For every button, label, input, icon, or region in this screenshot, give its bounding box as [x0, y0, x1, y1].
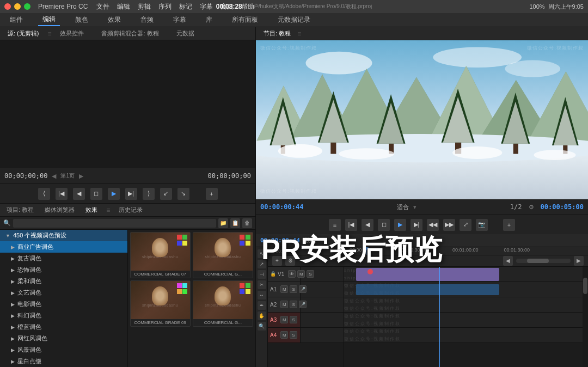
effect-category-10[interactable]: ▶风景调色 [0, 344, 127, 356]
delete-btn[interactable]: 🗑 [242, 218, 252, 228]
history-tab[interactable]: 历史记录 [117, 205, 145, 215]
metadata-tab[interactable]: 元数据 [174, 28, 197, 39]
source-navigate-left[interactable]: ◀ [52, 173, 56, 180]
project-tab[interactable]: 项目: 教程 [4, 205, 36, 215]
tool-pen[interactable]: ✒ [258, 301, 266, 310]
new-bin-btn[interactable]: 📁 [218, 218, 228, 228]
media-browser-tab[interactable]: 媒体浏览器 [42, 205, 77, 215]
video-clip-v1[interactable] [356, 268, 499, 281]
source-play[interactable]: ▶ [108, 188, 120, 200]
menu-clip[interactable]: 剪辑 [138, 2, 151, 11]
tl-settings[interactable]: ⚙ [285, 256, 295, 266]
effect-category-4[interactable]: ▶柔和调色 [0, 276, 127, 287]
source-timecode-in[interactable]: 00;00;00;00 [4, 172, 47, 180]
v1-eye[interactable]: 👁 [288, 270, 296, 278]
prog-play-back[interactable]: ◀ [362, 219, 373, 231]
menu-caption[interactable]: 字幕 [200, 2, 213, 11]
tab-libraries[interactable]: 库 [201, 14, 217, 26]
v1-sync[interactable]: S [307, 270, 314, 278]
v1-lock-icon[interactable]: 🔒 [270, 271, 276, 277]
effect-category-5[interactable]: ▶文艺调色 [0, 287, 127, 298]
program-settings-icon[interactable]: ⚙ [529, 204, 534, 211]
tab-color[interactable]: 颜色 [71, 14, 93, 26]
a1-solo[interactable]: S [290, 285, 297, 293]
tool-ripple[interactable]: ⊣ [258, 270, 266, 279]
prog-camera[interactable]: 📷 [476, 219, 488, 231]
a2-mute[interactable]: M [280, 301, 288, 308]
effect-category-3[interactable]: ▶恐怖调色 [0, 264, 127, 276]
a3-solo[interactable]: S [290, 316, 297, 323]
tool-slip[interactable]: ↔ [258, 291, 266, 299]
v1-mute[interactable]: M [297, 270, 305, 278]
tl-scroll-right[interactable]: ▶ [574, 256, 584, 266]
maximize-button[interactable] [24, 3, 30, 10]
effect-category-8[interactable]: ▶橙蓝调色 [0, 321, 127, 333]
tl-scroll-bar[interactable] [516, 259, 571, 263]
prog-play[interactable]: ▶ [394, 219, 406, 231]
source-add[interactable]: + [206, 188, 218, 200]
tl-scroll-left[interactable]: ◀ [503, 256, 513, 266]
menu-marker[interactable]: 标记 [179, 2, 192, 11]
effect-category-11[interactable]: ▶星白点缀 [0, 356, 127, 367]
tab-captions[interactable]: 字幕 [169, 14, 191, 26]
tool-hand[interactable]: ✋ [258, 311, 266, 320]
tl-add-track[interactable]: + [272, 256, 282, 266]
source-stop[interactable]: ◻ [90, 188, 102, 200]
tab-audio[interactable]: 音频 [136, 14, 158, 26]
thumbnail-item-0[interactable]: shipinzhizuodashu COMMERCIAL GRADE 07 [130, 232, 191, 278]
program-timecode[interactable]: 00:00:00:44 [260, 203, 303, 211]
menu-edit[interactable]: 编辑 [117, 2, 130, 11]
a4-mute[interactable]: M [280, 331, 288, 339]
effect-category-9[interactable]: ▶网红风调色 [0, 333, 127, 344]
tool-razor[interactable]: ✂ [258, 280, 266, 289]
a4-solo[interactable]: S [290, 331, 297, 339]
prog-step-fwd[interactable]: ▶| [411, 219, 422, 231]
menu-file[interactable]: 文件 [96, 2, 109, 11]
tab-all-panels[interactable]: 所有面板 [228, 14, 262, 26]
menu-sequence[interactable]: 序列 [158, 2, 171, 11]
thumbnail-item-2[interactable]: shipinzhizuodashu COMMERCIAL GRADE 09 [130, 280, 191, 327]
close-button[interactable] [4, 3, 11, 10]
a3-mute[interactable]: M [280, 316, 288, 323]
prog-add[interactable]: + [503, 219, 515, 231]
prog-add-markers[interactable]: ≡ [329, 219, 341, 231]
prog-fullscreen[interactable]: ⤢ [460, 219, 471, 231]
source-navigate-right[interactable]: ▶ [79, 173, 83, 180]
thumbnail-item-3[interactable]: shipinzhizuodashu COMMERCIAL G... [193, 280, 253, 327]
source-mark-in[interactable]: ⟨ [38, 188, 50, 200]
new-item-btn[interactable]: 📋 [230, 218, 240, 228]
prog-step-back[interactable]: |◀ [345, 219, 357, 231]
effects-tab[interactable]: 效果 [83, 205, 100, 215]
a1-mic[interactable]: 🎤 [299, 285, 307, 293]
fit-label[interactable]: 适合 [397, 203, 409, 211]
fit-dropdown-icon[interactable]: ▾ [413, 204, 416, 211]
effects-controls-tab[interactable]: 效果控件 [58, 28, 86, 39]
a2-solo[interactable]: S [290, 301, 297, 308]
prog-slow-fwd[interactable]: ▶▶ [443, 219, 455, 231]
tool-track-select[interactable]: ↗ [258, 260, 266, 268]
prog-slow-rev[interactable]: ◀◀ [427, 219, 439, 231]
source-timecode-out[interactable]: 00;00;00;00 [208, 172, 251, 180]
effect-category-6[interactable]: ▶电影调色 [0, 298, 127, 310]
source-overwrite[interactable]: ↘ [177, 188, 189, 200]
effect-category-2[interactable]: ▶复古调色 [0, 253, 127, 264]
source-step-fwd[interactable]: ▶| [125, 188, 137, 200]
tab-assembly[interactable]: 组件 [5, 14, 27, 26]
tab-edit[interactable]: 编辑 [38, 14, 60, 26]
timeline-vscroll[interactable] [583, 267, 588, 367]
effect-category-7[interactable]: ▶科幻调色 [0, 310, 127, 321]
a2-mic[interactable]: 🎤 [299, 301, 307, 308]
source-play-back[interactable]: ◀ [73, 188, 85, 200]
tab-metadata[interactable]: 元数据记录 [273, 14, 315, 26]
timeline-timecode[interactable]: 00:00:00:44 [260, 237, 300, 244]
audio-clip-a1[interactable] [356, 284, 499, 295]
tool-zoom[interactable]: 🔍 [258, 322, 266, 331]
prog-stop[interactable]: ◻ [378, 219, 390, 231]
source-mark-out[interactable]: ⟩ [143, 188, 155, 200]
thumbnail-item-1[interactable]: shipinzhizuodashu COMMERCIAL G... [193, 232, 253, 278]
timeline-menu-icon[interactable]: ≡ [321, 237, 324, 244]
source-step-back[interactable]: |◀ [56, 188, 68, 200]
tool-selection[interactable]: ↖ [258, 249, 266, 258]
source-tab[interactable]: 源: (无剪辑) [5, 28, 41, 39]
source-insert[interactable]: ↙ [160, 188, 172, 200]
